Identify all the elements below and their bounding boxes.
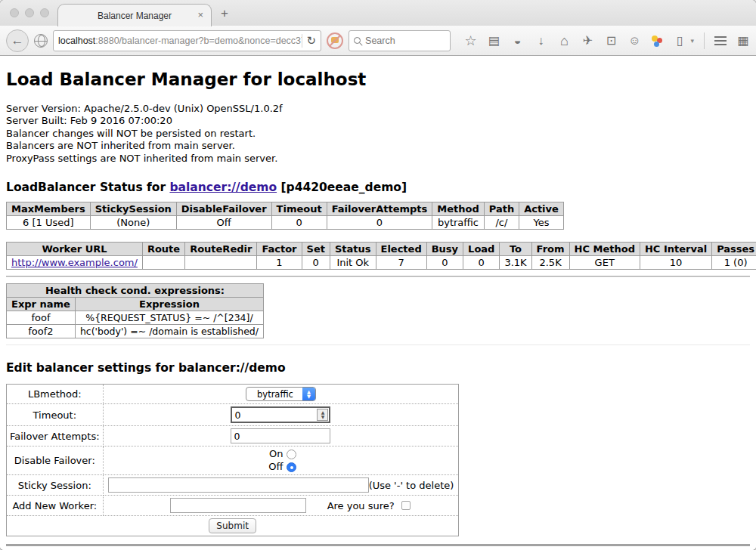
add-worker-input[interactable] [170,498,306,513]
failover-attempts-input[interactable] [231,428,330,443]
column-header: Expression [75,298,263,311]
balancer-status-table: MaxMembers StickySession DisableFailover… [6,202,564,230]
pocket-icon[interactable]: ◒ [510,35,524,47]
radio-off[interactable] [287,462,296,472]
submit-button[interactable]: Submit [209,518,256,533]
column-header: Load [463,243,500,256]
column-header: RouteRedir [185,243,257,256]
balancer-demo-link[interactable]: balancer://demo [169,181,277,194]
reading-list-icon[interactable]: ▤ [487,35,500,47]
column-header: Status [330,243,376,256]
cell-routeredir [185,256,257,270]
column-header: To [500,243,531,256]
lbmethod-label: LBmethod: [7,385,104,404]
downloads-icon[interactable]: ↓ [534,35,547,47]
blocked-plugin-icon[interactable] [327,32,343,49]
url-bar-divider [302,34,302,48]
column-header: Passes [712,243,756,256]
column-header: From [531,243,569,256]
cell-to: 3.1K [500,256,531,270]
search-icon [354,37,361,44]
form-row-disable-failover: Disable Failover: On Off [7,446,459,475]
containers-icon[interactable]: ▯ [673,35,686,47]
worker-url-link[interactable]: http://www.example.com/ [11,257,138,268]
form-row-submit: Submit [7,516,459,536]
back-button[interactable]: ← [6,29,29,52]
share-icon[interactable]: ✈ [581,35,594,47]
url-path: :8880/balancer-manager?b=demo&nonce=decc… [95,36,301,46]
zoom-window-button[interactable] [40,8,49,17]
panel-download-icon[interactable]: ⊡ [604,35,618,47]
reload-icon[interactable]: ↻ [307,34,317,48]
new-tab-button[interactable]: + [221,6,228,21]
hello-colored-dots-icon[interactable] [651,35,663,47]
section-divider [6,345,750,345]
column-header: Elected [376,243,426,256]
cell-set: 0 [302,256,330,270]
worker-status-table: Worker URL Route RouteRedir Factor Set S… [6,242,756,270]
toolbar-buttons: ☆ ▤ ◒ ↓ ⌂ ✈ ⊡ ☺ ▯ ▾ ▦ [463,32,750,49]
cell-busy: 0 [426,256,463,270]
page-title: Load Balancer Manager for localhost [6,70,750,89]
timeout-input[interactable] [231,406,330,423]
minimize-window-button[interactable] [25,8,34,17]
bookmark-star-icon[interactable]: ☆ [463,35,477,47]
column-header: Busy [426,243,463,256]
site-identity-globe-icon[interactable] [34,34,48,48]
tab-bar: Balancer Manager × + [0,0,756,26]
server-info: Server Version: Apache/2.5.0-dev (Unix) … [6,103,750,165]
worker-row: http://www.example.com/ 1 0 Init Ok 7 0 … [7,256,756,270]
tab-balancer-manager[interactable]: Balancer Manager × [57,4,212,26]
failover-attempts-label: Failover Attempts: [7,426,104,446]
column-header: Expr name [7,298,76,311]
health-check-table: Health check cond. expressions: Expr nam… [6,283,264,338]
menu-icon[interactable] [714,36,727,45]
sidebar-icon[interactable]: ▦ [736,35,750,47]
disable-failover-label: Disable Failover: [7,446,104,475]
search-input[interactable]: Search [349,30,451,51]
table-title-row: Health check cond. expressions: [7,284,264,298]
url-bar[interactable]: localhost :8880/balancer-manager?b=demo&… [53,30,321,51]
feedback-smiley-icon[interactable]: ☺ [627,35,641,47]
cell-timeout: 0 [271,216,327,230]
column-header: Factor [257,243,302,256]
form-row-add-worker: Add New Worker: Are you sure? [7,496,459,516]
are-you-sure-checkbox[interactable] [401,501,411,510]
cell-expression: %{REQUEST_STATUS} =~ /^[234]/ [75,311,263,325]
search-placeholder: Search [365,36,395,46]
column-header: Method [432,202,484,216]
lbmethod-selected-value: bytraffic [246,389,302,400]
containers-caret-icon[interactable]: ▾ [690,37,694,45]
form-row-timeout: Timeout: ▲▼ [7,404,459,426]
column-header: Path [484,202,519,216]
cell-path: /c/ [484,216,519,230]
column-header: HC Method [569,243,640,256]
column-header: DisableFailover [176,202,271,216]
lbmethod-select[interactable]: bytraffic ▲▼ [246,387,316,401]
column-header: Timeout [271,202,327,216]
table-row: 6 [1 Used] (None) Off 0 0 bytraffic /c/ … [7,216,564,230]
column-header: Route [142,243,184,256]
number-spinner-icon[interactable]: ▲▼ [317,409,328,421]
cell-stickysession: (None) [90,216,176,230]
browser-window: Balancer Manager × + ← localhost :8880/b… [0,0,756,550]
sticky-session-input[interactable] [108,477,369,493]
sticky-session-hint: (Use '-' to delete) [369,480,456,491]
server-version-line: Server Version: Apache/2.5.0-dev (Unix) … [6,103,750,115]
table-header-row: Expr name Expression [7,298,264,311]
cell-maxmembers: 6 [1 Used] [7,216,91,230]
home-icon[interactable]: ⌂ [557,35,571,47]
edit-settings-heading: Edit balancer settings for balancer://de… [6,361,750,375]
radio-on-label: On [265,449,283,459]
loadbalancer-status-heading: LoadBalancer Status for balancer://demo … [6,181,750,194]
cell-disablefailover: Off [176,216,271,230]
cell-route [142,256,184,270]
health-check-title: Health check cond. expressions: [7,284,264,298]
form-row-sticky-session: Sticky Session: (Use '-' to delete) [7,475,459,496]
radio-on[interactable] [287,450,296,459]
column-header: StickySession [90,202,176,216]
cell-passes: 1 (0) [712,256,756,270]
tab-close-icon[interactable]: × [197,10,203,20]
close-window-button[interactable] [10,8,19,17]
balancer-settings-form: LBmethod: bytraffic ▲▼ Timeout: ▲▼ [6,384,459,536]
